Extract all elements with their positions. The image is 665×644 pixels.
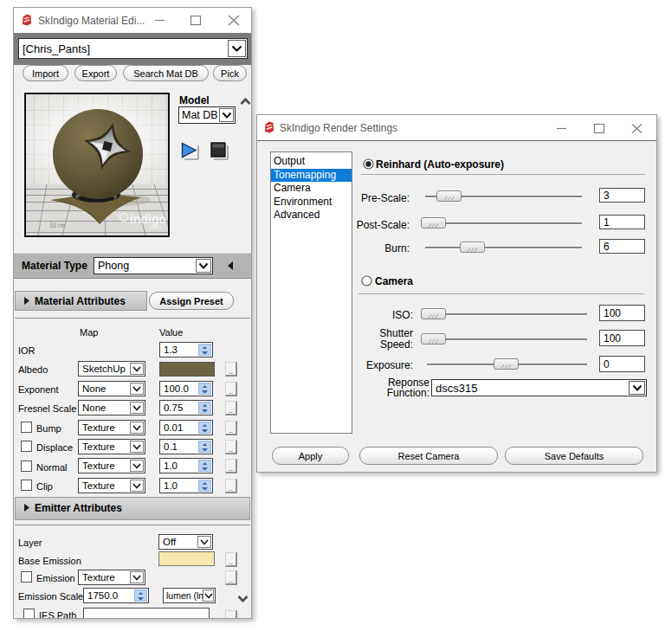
svg-text:10 cm: 10 cm bbox=[49, 222, 66, 229]
svg-text:.com: .com bbox=[148, 224, 161, 230]
